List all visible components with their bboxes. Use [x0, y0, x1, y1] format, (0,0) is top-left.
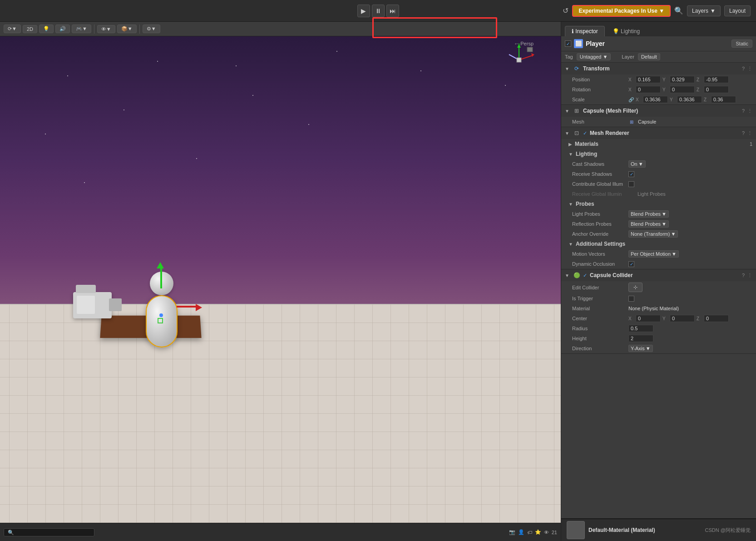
capsule-collider-header[interactable]: ▼ 🟢 ✓ Capsule Collider ? ⋮: [561, 269, 756, 281]
materials-count: 1: [750, 141, 752, 147]
center-xyz: X Y Z: [628, 315, 752, 322]
scene-toolbar-2d[interactable]: 2D: [23, 25, 37, 33]
transform-header[interactable]: ▼ ⟳ Transform ? ⋮: [561, 63, 756, 74]
tag-layer-row: Tag Untagged ▼ Layer Default: [561, 51, 756, 63]
is-trigger-checkbox[interactable]: [628, 296, 634, 302]
layout-button[interactable]: Layout: [724, 5, 751, 16]
collider-material-value: None (Physic Material): [628, 306, 752, 311]
additional-settings-sub-header[interactable]: ▼ Additional Settings: [561, 239, 756, 249]
receive-shadows-label: Receive Shadows: [572, 171, 627, 177]
undo-icon[interactable]: ↺: [563, 6, 568, 15]
mesh-renderer-menu[interactable]: ⋮: [747, 130, 752, 136]
scene-toolbar-settings[interactable]: ⚙▼: [143, 25, 160, 33]
mesh-renderer-icon: ⊡: [573, 129, 580, 137]
cast-shadows-dropdown[interactable]: On ▼: [628, 160, 646, 168]
mesh-renderer-header[interactable]: ▼ ⊡ ✓ Mesh Renderer ? ⋮: [561, 127, 756, 139]
rotation-z-input[interactable]: [704, 86, 729, 93]
capsule-collider-component: ▼ 🟢 ✓ Capsule Collider ? ⋮ Edit Collider…: [561, 269, 756, 354]
scene-icon-tag[interactable]: 🏷: [527, 530, 532, 535]
scene-gizmo[interactable]: y: [501, 42, 537, 79]
play-button[interactable]: ▶: [357, 5, 370, 17]
layer-dropdown[interactable]: Default: [638, 53, 660, 60]
scene-toolbar-audio[interactable]: 🔊: [55, 25, 70, 33]
center-y-input[interactable]: [670, 315, 695, 322]
scene-icon-star[interactable]: ⭐: [535, 529, 541, 535]
dynamic-occlusion-checkbox[interactable]: ✓: [628, 261, 634, 267]
layer-value-text: Default: [641, 54, 657, 60]
scale-z-input[interactable]: [711, 96, 736, 103]
tab-inspector[interactable]: ℹ Inspector: [565, 26, 605, 36]
materials-sub-header[interactable]: ▶ Materials 1: [561, 139, 756, 149]
scale-lock-icon[interactable]: 🔗: [628, 97, 634, 102]
direction-dropdown[interactable]: Y-Axis ▼: [628, 345, 653, 352]
scale-y-input[interactable]: [677, 96, 702, 103]
layers-button[interactable]: Layers ▼: [687, 5, 721, 16]
cast-shadows-value: On: [631, 161, 637, 167]
mesh-filter-help[interactable]: ?: [742, 108, 745, 114]
experimental-packages-button[interactable]: Experimental Packages In Use ▼: [572, 5, 671, 17]
cast-shadows-row: Cast Shadows On ▼: [561, 159, 756, 169]
capsule-collider-menu[interactable]: ⋮: [747, 273, 752, 278]
position-y-input[interactable]: [670, 76, 695, 83]
edit-collider-button[interactable]: ⊹: [628, 283, 642, 292]
layers-label: Layers: [692, 8, 708, 14]
scale-x-input[interactable]: [643, 96, 668, 103]
search-icon[interactable]: 🔍: [674, 6, 683, 15]
scene-toolbar-gizmos[interactable]: 📦▼: [117, 25, 137, 33]
dynamic-occlusion-label: Dynamic Occlusion: [572, 261, 627, 267]
scene-toolbar-effects[interactable]: 🎮▼: [72, 25, 91, 33]
asset-name: Default-Material (Material): [588, 527, 702, 533]
anchor-override-arrow: ▼: [671, 231, 676, 237]
probes-sub-header[interactable]: ▼ Probes: [561, 199, 756, 209]
ground-plane: [0, 304, 561, 523]
edit-collider-label: Edit Collider: [572, 285, 627, 290]
center-x-input[interactable]: [636, 315, 661, 322]
static-button[interactable]: Static: [731, 40, 752, 48]
mesh-renderer-help[interactable]: ?: [742, 130, 745, 136]
position-x-input[interactable]: [636, 76, 661, 83]
reflection-probes-label: Reflection Probes: [572, 221, 627, 227]
scene-canvas[interactable]: y ← Persp: [0, 36, 561, 523]
scene-icon-avatar[interactable]: 👤: [518, 529, 524, 535]
pos-y-label: Y: [662, 77, 668, 82]
tag-dropdown[interactable]: Untagged ▼: [577, 53, 611, 60]
capsule-collider-check[interactable]: ✓: [583, 273, 587, 278]
receive-shadows-row: Receive Shadows ✓: [561, 169, 756, 179]
radius-input[interactable]: [628, 325, 653, 332]
transform-help[interactable]: ?: [742, 66, 745, 71]
toolbar-sep-2: [139, 25, 140, 34]
receive-shadows-checkbox[interactable]: ✓: [628, 171, 634, 177]
height-input[interactable]: [628, 335, 653, 342]
mesh-filter-header[interactable]: ▼ ⊞ Capsule (Mesh Filter) ? ⋮: [561, 105, 756, 117]
reflection-probes-value: Blend Probes: [631, 221, 661, 227]
capsule-collider-help[interactable]: ?: [742, 273, 745, 278]
mesh-filter-icon: ⊞: [573, 107, 580, 114]
transform-menu[interactable]: ⋮: [747, 66, 752, 72]
mesh-renderer-check[interactable]: ✓: [583, 130, 587, 136]
scene-icon-camera[interactable]: 📷: [509, 529, 515, 535]
toolbar-sep-1: [94, 25, 94, 34]
reflection-probes-dropdown[interactable]: Blend Probes ▼: [628, 220, 669, 228]
play-controls: ▶ ⏸ ⏭: [357, 5, 399, 17]
anchor-override-dropdown[interactable]: None (Transform) ▼: [628, 230, 678, 238]
scene-toolbar-visibility[interactable]: 👁▼: [97, 25, 115, 33]
pause-button[interactable]: ⏸: [372, 5, 385, 17]
scene-search-input[interactable]: [4, 528, 94, 536]
lighting-sub-header[interactable]: ▼ Lighting: [561, 149, 756, 159]
step-button[interactable]: ⏭: [386, 5, 399, 17]
scale-xyz: 🔗 X Y Z: [628, 96, 752, 103]
mesh-filter-menu[interactable]: ⋮: [747, 108, 752, 114]
scene-toolbar-light[interactable]: 💡: [39, 25, 54, 33]
center-z-input[interactable]: [704, 315, 729, 322]
scene-toolbar-rotate[interactable]: ⟳▼: [4, 25, 21, 33]
position-z-input[interactable]: [704, 76, 729, 83]
visibility-icon[interactable]: 👁: [544, 530, 549, 535]
motion-vectors-dropdown[interactable]: Per Object Motion ▼: [628, 250, 679, 258]
gameobject-header: ✓ ⬜ Player Static: [561, 36, 756, 51]
gameobject-active-checkbox[interactable]: ✓: [565, 40, 571, 47]
contribute-gi-checkbox[interactable]: [628, 181, 634, 187]
tab-lighting[interactable]: 💡 Lighting: [606, 26, 647, 36]
rotation-x-input[interactable]: [636, 86, 661, 93]
light-probes-dropdown[interactable]: Blend Probes ▼: [628, 210, 669, 218]
rotation-y-input[interactable]: [670, 86, 695, 93]
